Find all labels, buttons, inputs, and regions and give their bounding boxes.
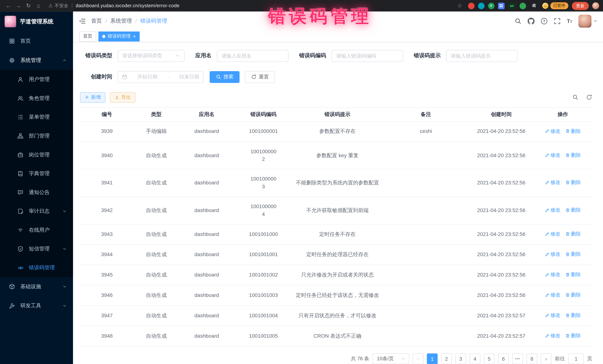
edit-icon	[545, 232, 549, 236]
back-icon[interactable]: ←	[4, 1, 13, 10]
delete-link[interactable]: 删除	[565, 271, 581, 278]
edit-link[interactable]: 修改	[545, 291, 560, 298]
refresh-icon[interactable]	[586, 94, 592, 100]
code-input[interactable]	[332, 50, 403, 62]
sidebar-item-departments[interactable]: 部门管理	[0, 126, 73, 145]
sidebar-item-audit-log[interactable]: 审计日志	[0, 202, 73, 221]
browser-avatar[interactable]	[592, 2, 599, 9]
extension-icon-green-v[interactable]: V	[488, 2, 494, 9]
tab-home[interactable]: 首页	[79, 31, 96, 41]
page-button-5[interactable]: 5	[484, 353, 494, 364]
hide-search-icon[interactable]	[572, 94, 578, 100]
add-button[interactable]: 新增	[80, 92, 105, 102]
forward-icon[interactable]: →	[14, 1, 23, 10]
app-logo[interactable]: 芋道管理系统	[0, 11, 73, 32]
extension-icon-leaf[interactable]	[519, 2, 526, 9]
delete-link[interactable]: 删除	[565, 250, 581, 258]
extension-icon-blue-grid[interactable]	[498, 2, 504, 9]
edit-link[interactable]: 修改	[545, 311, 560, 319]
edit-link[interactable]: 修改	[545, 151, 560, 159]
delete-link[interactable]: 删除	[565, 151, 581, 159]
page-button-6[interactable]: 6	[498, 353, 509, 364]
font-size-icon[interactable]: TT	[567, 19, 572, 24]
extension-icon-red[interactable]	[468, 2, 474, 9]
sidebar-item-menus[interactable]: 菜单管理	[0, 108, 73, 126]
page-button-4[interactable]: 4	[470, 353, 480, 364]
sidebar-item-sms[interactable]: 短信管理	[0, 239, 73, 258]
app-window: 芋道管理系统 首页 系统管理 用户管理 角色管理 菜单管理 部门管理 岗位管理 …	[0, 11, 603, 364]
page-button-1[interactable]: 1	[427, 353, 438, 364]
sidebar-item-notices[interactable]: 通知公告	[0, 183, 73, 202]
next-page-button[interactable]: ›	[541, 353, 551, 364]
sidebar-item-devtools[interactable]: 研发工具	[0, 296, 73, 315]
start-date-placeholder: 开始日期	[137, 73, 157, 80]
fullscreen-icon[interactable]	[554, 18, 561, 25]
col-memo: 备注	[383, 107, 469, 121]
edit-link[interactable]: 修改	[545, 332, 560, 339]
chrome-update-button[interactable]: 更新	[572, 2, 589, 10]
security-indicator[interactable]: ⚠不安全	[48, 2, 68, 9]
edit-link[interactable]: 修改	[545, 271, 560, 278]
delete-link[interactable]: 删除	[565, 179, 581, 186]
home-icon[interactable]: ⌂	[34, 1, 43, 10]
extension-icon-on[interactable]: on	[508, 2, 516, 9]
sidebar-item-dictionary[interactable]: 字典管理	[0, 164, 73, 183]
page-button-3[interactable]: 3	[455, 353, 466, 364]
hint-input[interactable]	[446, 50, 518, 62]
delete-link[interactable]: 删除	[565, 291, 581, 298]
sidebar-item-system[interactable]: 系统管理	[0, 51, 73, 70]
address-bar[interactable]: ⚠不安全 dashboard.yudao.iocoder.cn/system/e…	[48, 2, 454, 9]
sidebar-item-users[interactable]: 用户管理	[0, 70, 73, 89]
type-select[interactable]: 请选择错误码类型	[118, 50, 185, 62]
tab-error-code[interactable]: 错误码管理 ×	[99, 31, 140, 41]
edit-link[interactable]: 修改	[545, 206, 560, 214]
goto-page-input[interactable]	[568, 353, 584, 364]
edit-link[interactable]: 修改	[545, 179, 560, 186]
app-input[interactable]	[217, 50, 289, 62]
profile-paused-chip[interactable]: ☺ 已暂停	[542, 2, 568, 9]
breadcrumb-home[interactable]: 首页	[91, 18, 102, 25]
sidebar-item-posts[interactable]: 岗位管理	[0, 145, 73, 164]
user-menu[interactable]	[578, 15, 597, 28]
prev-page-button[interactable]: ‹	[413, 353, 423, 364]
page-button-2[interactable]: 2	[441, 353, 452, 364]
sidebar-item-online-users[interactable]: 在线用户	[0, 221, 73, 240]
sidebar-item-home[interactable]: 首页	[0, 32, 73, 51]
reset-button[interactable]: 重置	[245, 71, 275, 83]
sidebar-item-roles[interactable]: 角色管理	[0, 89, 73, 108]
chevron-down-icon	[62, 303, 67, 308]
sidebar-item-error-code[interactable]: </>错误码管理	[0, 258, 73, 277]
search-icon[interactable]	[514, 18, 521, 25]
bookmark-star-icon[interactable]: ☆	[455, 1, 464, 10]
export-button[interactable]: 导出	[110, 92, 135, 102]
logo-image	[5, 16, 16, 27]
extension-icon-teal[interactable]	[478, 2, 484, 9]
edit-link[interactable]: 修改	[545, 250, 560, 258]
github-icon[interactable]	[528, 18, 534, 25]
chat-bubble-icon	[17, 189, 24, 195]
edit-link[interactable]: 修改	[545, 127, 560, 135]
sidebar-item-infrastructure[interactable]: 基础设施	[0, 277, 73, 296]
date-range-picker[interactable]: 开始日期 - 结束日期	[118, 71, 203, 83]
docs-question-icon[interactable]: ?	[541, 18, 547, 25]
more-pages-button[interactable]: •••	[512, 353, 523, 364]
edit-link[interactable]: 修改	[545, 230, 560, 238]
sidebar-toggle-icon[interactable]	[79, 18, 86, 25]
svg-text:?: ?	[543, 19, 545, 23]
search-button[interactable]: 搜索	[210, 71, 240, 83]
delete-link[interactable]: 删除	[565, 127, 581, 135]
delete-link[interactable]: 删除	[565, 230, 581, 238]
delete-link[interactable]: 删除	[565, 311, 581, 319]
delete-link[interactable]: 删除	[565, 206, 581, 214]
close-icon[interactable]: ×	[133, 34, 136, 39]
chevron-down-icon	[62, 284, 67, 289]
delete-icon	[565, 208, 570, 212]
page-button-8[interactable]: 8	[527, 353, 537, 364]
reload-icon[interactable]: ↻	[24, 1, 33, 10]
breadcrumb-system[interactable]: 系统管理	[110, 18, 132, 25]
page-size-select[interactable]: 10条/页	[372, 353, 409, 364]
extensions-puzzle-icon[interactable]	[529, 1, 539, 10]
log-icon	[17, 208, 24, 214]
delete-link[interactable]: 删除	[565, 332, 581, 339]
col-msg: 错误码提示	[292, 107, 383, 121]
